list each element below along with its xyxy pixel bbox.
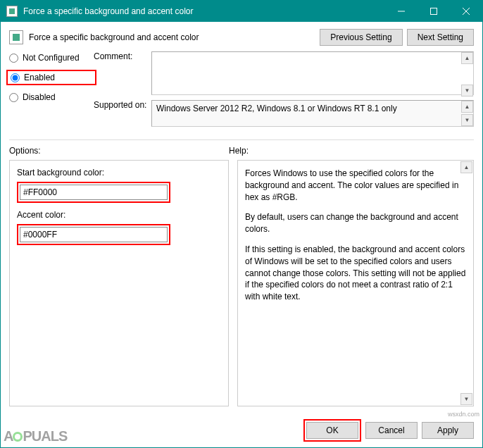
supported-text: Windows Server 2012 R2, Windows 8.1 or W… xyxy=(151,100,474,127)
help-paragraph: By default, users can change the backgro… xyxy=(245,211,466,235)
scroll-up-icon[interactable]: ▲ xyxy=(461,52,473,64)
column-headers: Options: Help: xyxy=(9,146,474,156)
scroll-up-icon[interactable]: ▲ xyxy=(461,101,473,113)
supported-wrap: Windows Server 2012 R2, Windows 8.1 or W… xyxy=(151,100,474,127)
scroll-down-icon[interactable]: ▼ xyxy=(460,393,472,405)
titlebar: Force a specific background and accent c… xyxy=(1,1,482,22)
accent-color-label: Accent color: xyxy=(17,210,221,220)
scroll-down-icon[interactable]: ▼ xyxy=(461,114,473,126)
window-title: Force a specific background and accent c… xyxy=(23,6,385,16)
radio-enabled[interactable]: Enabled xyxy=(11,73,92,82)
comment-row: Comment: ▲ ▼ xyxy=(94,51,474,97)
supported-row: Supported on: Windows Server 2012 R2, Wi… xyxy=(94,100,474,127)
svg-rect-1 xyxy=(431,8,437,15)
config-row: Not Configured Enabled Disabled Comment:… xyxy=(9,51,474,130)
radio-not-configured-label: Not Configured xyxy=(23,53,80,63)
next-setting-button[interactable]: Next Setting xyxy=(407,29,474,46)
help-paragraph: If this setting is enabled, the backgrou… xyxy=(245,244,466,303)
comment-wrap: ▲ ▼ xyxy=(151,51,474,97)
close-button[interactable] xyxy=(450,1,482,22)
accent-color-input[interactable] xyxy=(20,227,168,242)
policy-icon xyxy=(9,30,23,44)
help-header: Help: xyxy=(229,146,474,156)
content-area: Force a specific background and accent c… xyxy=(1,22,482,413)
supported-label: Supported on: xyxy=(94,100,151,110)
comment-column: Comment: ▲ ▼ Supported on: Windows Serve… xyxy=(94,51,474,130)
previous-setting-button[interactable]: Previous Setting xyxy=(320,29,402,46)
radio-disabled[interactable]: Disabled xyxy=(9,92,94,102)
radio-not-configured-input[interactable] xyxy=(9,54,18,63)
radio-enabled-input[interactable] xyxy=(11,73,20,82)
cancel-button[interactable]: Cancel xyxy=(365,422,418,439)
scroll-down-icon[interactable]: ▼ xyxy=(461,85,473,97)
minimize-button[interactable] xyxy=(385,1,418,22)
nav-buttons: Previous Setting Next Setting xyxy=(320,29,474,46)
scroll-up-icon[interactable]: ▲ xyxy=(460,161,472,173)
help-panel: Forces Windows to use the specified colo… xyxy=(237,160,474,406)
bg-color-input[interactable] xyxy=(20,185,168,200)
bg-input-highlight xyxy=(17,182,170,203)
window-controls xyxy=(385,1,482,22)
enabled-highlight: Enabled xyxy=(6,70,96,85)
comment-textarea[interactable] xyxy=(151,51,474,95)
radio-disabled-input[interactable] xyxy=(9,93,18,102)
header-row: Force a specific background and accent c… xyxy=(9,29,474,46)
ok-highlight: OK xyxy=(303,419,361,442)
help-paragraph: Forces Windows to use the specified colo… xyxy=(245,168,466,203)
maximize-button[interactable] xyxy=(418,1,450,22)
options-panel: Start background color: Accent color: xyxy=(9,160,229,406)
options-header: Options: xyxy=(9,146,229,156)
state-radio-group: Not Configured Enabled Disabled xyxy=(9,51,94,130)
apply-button[interactable]: Apply xyxy=(422,422,474,439)
lower-section: Start background color: Accent color: Fo… xyxy=(9,160,474,406)
separator xyxy=(9,139,474,140)
radio-not-configured[interactable]: Not Configured xyxy=(9,53,94,63)
accent-input-highlight xyxy=(17,224,170,245)
source-watermark: wsxdn.com xyxy=(448,411,479,418)
settings-file-icon xyxy=(6,6,18,17)
comment-label: Comment: xyxy=(94,51,151,61)
radio-disabled-label: Disabled xyxy=(23,92,56,102)
ok-button[interactable]: OK xyxy=(306,422,358,439)
footer-buttons: OK Cancel Apply xyxy=(1,413,482,447)
setting-name: Force a specific background and accent c… xyxy=(29,32,320,42)
radio-enabled-label: Enabled xyxy=(24,73,55,82)
bg-color-label: Start background color: xyxy=(17,168,221,178)
